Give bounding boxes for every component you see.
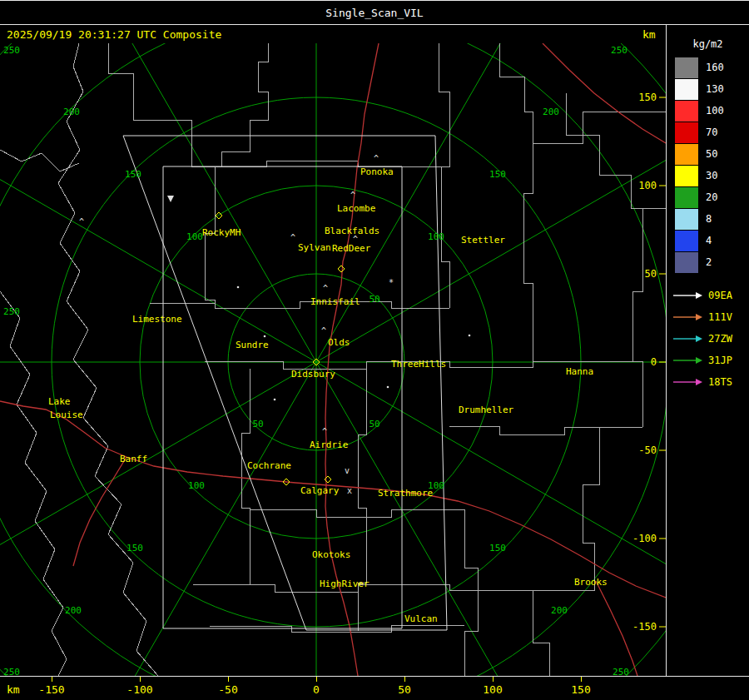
radar-arrow-icon bbox=[673, 291, 703, 300]
city-label: Stettler bbox=[461, 235, 505, 246]
radar-app-window: Single_Scan_VIL 2025/09/19 20:31:27 UTC … bbox=[0, 0, 749, 700]
city-label: Limestone bbox=[132, 314, 182, 325]
radar-site-id: 27ZW bbox=[708, 333, 732, 345]
bottom-axis-label: -100 bbox=[126, 683, 152, 696]
boundary-line bbox=[449, 426, 642, 434]
city-label: Hanna bbox=[566, 366, 593, 377]
radar-site-id: 31JP bbox=[708, 355, 732, 366]
city-label: Blackfalds bbox=[325, 226, 379, 236]
bottom-axis-label: -50 bbox=[218, 683, 237, 696]
radar-arrow-icon bbox=[673, 313, 703, 321]
radar-site-id: 111V bbox=[708, 311, 732, 323]
city-label: Lake bbox=[48, 396, 71, 407]
radar-site-legend-entry: 31JP bbox=[667, 350, 749, 371]
town-dot-icon bbox=[469, 335, 471, 337]
boundary-line bbox=[58, 43, 158, 676]
scale-value: 70 bbox=[706, 127, 717, 138]
bottom-axis-tick bbox=[404, 677, 405, 682]
scale-entry: 160 bbox=[667, 57, 749, 78]
bottom-axis-label: -150 bbox=[38, 683, 64, 696]
radar-site-id: 18TS bbox=[708, 376, 732, 388]
right-axis-label: 100 bbox=[638, 180, 657, 191]
highway-line bbox=[0, 401, 666, 598]
range-label: 50 bbox=[369, 419, 379, 429]
town-dot-icon bbox=[237, 286, 240, 289]
highway-line bbox=[596, 581, 637, 676]
range-label: 200 bbox=[551, 605, 568, 616]
boundary-line bbox=[439, 43, 449, 308]
scale-entry: 30 bbox=[667, 165, 749, 186]
radar-map-canvas[interactable]: 2502001501002502001501005050100150200250… bbox=[0, 43, 666, 676]
city-label: Calgary bbox=[300, 485, 340, 496]
city-label: Sylvan bbox=[298, 242, 331, 253]
radar-site-legend-entry: 111V bbox=[667, 306, 749, 328]
range-label: 250 bbox=[3, 45, 20, 56]
boundary-line bbox=[358, 369, 366, 631]
scale-value: 4 bbox=[706, 235, 712, 246]
caret-marker-icon: ^ bbox=[290, 233, 295, 242]
boundary-line bbox=[464, 509, 478, 676]
range-label: 200 bbox=[543, 107, 559, 117]
bottom-axis-unit: km bbox=[7, 683, 20, 696]
range-label: 250 bbox=[611, 45, 627, 56]
boundary-line bbox=[533, 427, 599, 590]
scale-color-swatch bbox=[675, 231, 698, 251]
city-label: Brooks bbox=[574, 577, 608, 588]
scale-entry: 20 bbox=[667, 186, 749, 208]
boundary-line bbox=[0, 150, 79, 171]
range-label: 200 bbox=[63, 107, 80, 117]
boundary-line bbox=[250, 509, 464, 517]
range-label: 150 bbox=[125, 169, 141, 180]
range-label: 250 bbox=[3, 306, 20, 317]
city-label: RockyMH bbox=[202, 227, 241, 238]
right-axis-label: 50 bbox=[645, 268, 657, 280]
boundary-line bbox=[150, 301, 449, 308]
city-label: HighRiver bbox=[320, 578, 370, 589]
scale-value: 30 bbox=[706, 170, 717, 181]
scale-color-swatch bbox=[675, 101, 698, 122]
scale-entry: 70 bbox=[667, 122, 749, 143]
city-label: ThreeHills bbox=[391, 359, 446, 370]
city-label: Sundre bbox=[236, 340, 269, 350]
radar-map[interactable]: 2502001501002502001501005050100150200250… bbox=[0, 43, 666, 676]
boundary-line bbox=[499, 43, 533, 112]
right-axis-unit: km bbox=[642, 28, 656, 41]
radar-site-id: 09EA bbox=[708, 290, 732, 301]
city-label: Innisfail bbox=[310, 296, 360, 307]
scale-entry: 2 bbox=[667, 251, 749, 273]
range-label: 150 bbox=[126, 543, 143, 554]
city-label: Cochrane bbox=[247, 460, 291, 471]
color-scale-panel: kg/m2 16013010070503020842 09EA111V27ZW3… bbox=[666, 25, 749, 676]
window-title: Single_Scan_VIL bbox=[325, 7, 423, 19]
range-label: 250 bbox=[613, 667, 629, 676]
range-label: 150 bbox=[489, 169, 506, 180]
scale-color-swatch bbox=[675, 122, 698, 143]
boundary-line bbox=[221, 43, 268, 166]
scale-color-swatch bbox=[675, 252, 698, 273]
right-axis-label: -100 bbox=[632, 533, 657, 544]
bottom-axis-label: 0 bbox=[313, 683, 320, 696]
bottom-axis-tick bbox=[493, 677, 494, 682]
caret-marker-icon: ^ bbox=[323, 284, 328, 293]
scale-units-label: kg/m2 bbox=[667, 38, 749, 50]
town-dot-icon bbox=[387, 386, 389, 389]
right-axis-label: 150 bbox=[638, 92, 657, 103]
radar-site-legend: 09EA111V27ZW31JP18TS bbox=[667, 285, 749, 393]
range-label: 100 bbox=[188, 480, 205, 491]
boundary-line bbox=[533, 590, 549, 676]
right-axis-label: -50 bbox=[638, 444, 657, 456]
map-markers: ^^^^^^^^*xv bbox=[79, 154, 470, 495]
scale-color-swatch bbox=[675, 144, 698, 165]
city-label: Drumheller bbox=[459, 405, 514, 415]
bottom-axis-label: 100 bbox=[483, 683, 502, 696]
scan-outline bbox=[123, 136, 447, 630]
header-row: 2025/09/19 20:31:27 UTC Composite km bbox=[0, 25, 749, 43]
city-label: Okotoks bbox=[312, 549, 350, 560]
boundary-line bbox=[632, 208, 642, 427]
scan-timestamp: 2025/09/19 20:31:27 UTC Composite bbox=[7, 28, 221, 41]
asterisk-marker-icon: * bbox=[389, 278, 394, 287]
scan-area-outlines bbox=[123, 136, 447, 630]
caret-marker-icon: ^ bbox=[350, 191, 355, 200]
bottom-axis-tick bbox=[140, 677, 141, 682]
boundary-line bbox=[191, 161, 443, 166]
